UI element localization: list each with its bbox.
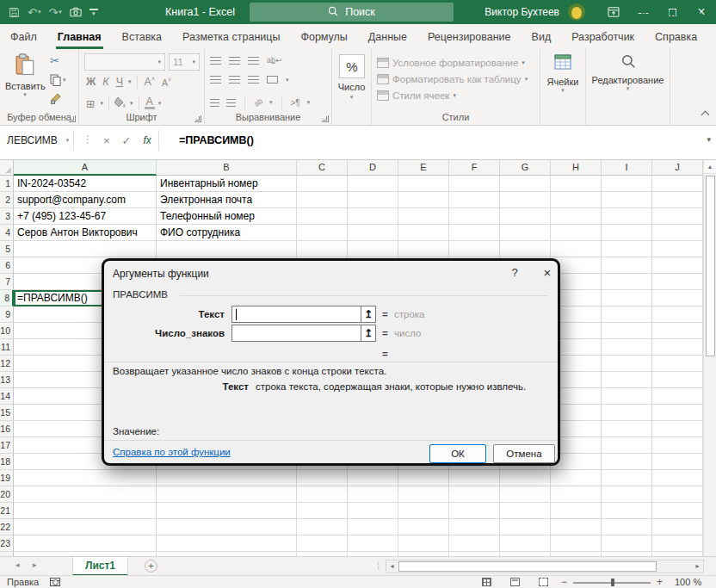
align-bottom-icon[interactable] (248, 57, 259, 65)
cell[interactable] (602, 454, 652, 470)
ok-button[interactable]: ОК (429, 444, 486, 463)
column-header[interactable]: B (157, 160, 297, 176)
add-sheet-icon[interactable]: + (145, 560, 157, 573)
cell[interactable] (157, 241, 297, 257)
ribbon-tab[interactable]: Главная (47, 24, 112, 49)
row-header[interactable]: 17 (0, 437, 14, 454)
cell[interactable] (14, 470, 157, 486)
cell[interactable] (652, 208, 703, 225)
cell[interactable] (297, 176, 348, 192)
paste-button[interactable]: Вставить ▾ (5, 53, 45, 98)
cell[interactable]: Электронная почта (157, 192, 297, 208)
arg-text-input[interactable] (231, 306, 361, 323)
collapse-dialog-icon[interactable]: ↥ (361, 325, 376, 342)
cell[interactable] (652, 535, 703, 552)
cell[interactable] (551, 535, 602, 552)
arg-numchars-input[interactable] (231, 325, 361, 342)
row-header[interactable]: 19 (0, 470, 14, 486)
conditional-formatting-button[interactable]: Условное форматирование▾ (372, 54, 540, 71)
cell[interactable] (348, 486, 398, 503)
align-right-icon[interactable] (248, 76, 259, 84)
cell[interactable] (449, 241, 500, 257)
cell[interactable] (398, 176, 449, 192)
formula-input[interactable]: =ПРАВСИМВ() (179, 130, 254, 151)
row-header[interactable]: 5 (0, 241, 14, 257)
cell[interactable] (652, 225, 703, 241)
ribbon-tab[interactable]: Справка (645, 24, 707, 49)
ribbon-tab[interactable]: Вид (522, 24, 562, 49)
cell[interactable] (551, 503, 602, 519)
name-box-dropdown-icon[interactable]: ▾ (66, 137, 70, 144)
font-color-button[interactable]: А (145, 97, 155, 109)
increase-indent-icon[interactable] (226, 99, 236, 107)
row-header[interactable]: 6 (0, 257, 14, 274)
camera-icon[interactable] (70, 7, 82, 17)
cell[interactable] (348, 208, 398, 225)
cell[interactable] (652, 176, 703, 192)
cell[interactable] (348, 503, 398, 519)
cell[interactable] (500, 192, 551, 208)
shrink-font-button[interactable]: А˅ (160, 77, 173, 88)
cell[interactable] (449, 176, 500, 192)
column-header[interactable]: C (297, 160, 348, 176)
align-top-icon[interactable] (210, 57, 221, 65)
cell[interactable] (157, 535, 297, 552)
cell[interactable] (652, 241, 703, 257)
cell[interactable] (551, 208, 602, 225)
cell[interactable] (297, 486, 348, 503)
cell[interactable] (398, 208, 449, 225)
cell[interactable] (551, 192, 602, 208)
cell[interactable] (398, 503, 449, 519)
cell[interactable] (602, 176, 652, 192)
cell[interactable] (500, 535, 551, 552)
cell[interactable] (398, 470, 449, 486)
insert-function-icon[interactable]: fx (144, 134, 151, 146)
scrollbar-resize-handle[interactable]: ⁞ (377, 560, 380, 571)
cell[interactable] (652, 274, 703, 290)
underline-button[interactable]: Ч (114, 76, 125, 88)
save-icon[interactable] (9, 7, 20, 18)
cell[interactable] (14, 241, 157, 257)
dialog-close-icon[interactable]: × (539, 265, 556, 280)
cell[interactable] (602, 225, 652, 241)
cell[interactable] (449, 519, 500, 535)
cell[interactable] (652, 290, 703, 306)
cancel-entry-icon[interactable]: × (103, 134, 110, 147)
name-box[interactable]: ЛЕВСИМВ ▾ (0, 130, 74, 151)
row-header[interactable]: 13 (0, 372, 14, 388)
customize-qat-icon[interactable]: ▾ (90, 9, 98, 15)
vertical-scrollbar-thumb[interactable] (706, 176, 715, 356)
cell[interactable] (297, 503, 348, 519)
cell[interactable] (602, 208, 652, 225)
cell[interactable] (602, 306, 652, 323)
underline-dropdown-icon[interactable]: ▾ (128, 78, 132, 85)
cell[interactable] (449, 225, 500, 241)
sheet-tab[interactable]: Лист1 (72, 557, 128, 576)
cell[interactable] (398, 225, 449, 241)
cell[interactable] (602, 323, 652, 339)
cell[interactable] (449, 486, 500, 503)
cell[interactable] (602, 421, 652, 437)
column-header[interactable]: J (652, 160, 703, 176)
text-direction-icon[interactable]: >¶ (291, 98, 300, 108)
cell[interactable] (14, 486, 157, 503)
row-header[interactable]: 11 (0, 339, 14, 356)
row-header[interactable]: 12 (0, 356, 14, 372)
align-middle-icon[interactable] (229, 57, 240, 65)
cell[interactable] (449, 470, 500, 486)
number-dropdown-icon[interactable]: ▾ (332, 94, 371, 101)
collapse-ribbon-icon[interactable] (701, 111, 710, 120)
merge-center-icon[interactable] (267, 76, 278, 84)
zoom-slider-thumb[interactable] (611, 579, 614, 586)
cell[interactable]: IN-2024-03542 (14, 176, 157, 192)
cell[interactable] (652, 437, 703, 454)
redo-icon[interactable]: ↷▾ (48, 6, 61, 19)
fill-color-button[interactable] (114, 96, 127, 111)
cell[interactable] (297, 519, 348, 535)
cell[interactable] (348, 470, 398, 486)
cell[interactable] (500, 503, 551, 519)
cell[interactable] (398, 241, 449, 257)
cell[interactable] (297, 208, 348, 225)
cell[interactable] (652, 306, 703, 323)
cell[interactable] (348, 519, 398, 535)
